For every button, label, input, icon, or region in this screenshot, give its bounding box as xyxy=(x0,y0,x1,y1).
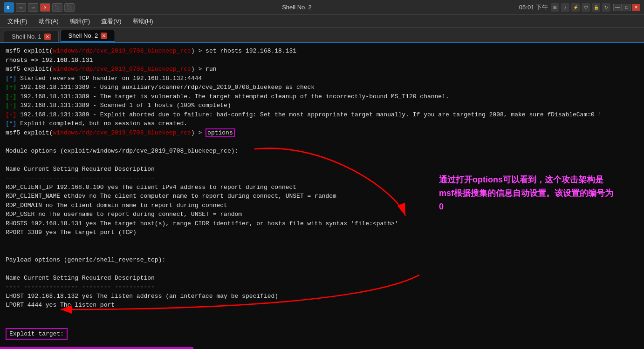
window-controls: — □ ✕ xyxy=(613,4,640,11)
titlebar-btn-4[interactable]: ⬛ xyxy=(52,3,62,12)
terminal-line-3: msf5 exploit(windows/rdp/cve_2019_0708_b… xyxy=(6,65,638,74)
menu-action[interactable]: 动作(A) xyxy=(37,16,61,27)
app-icon: S xyxy=(4,2,14,13)
minimize-button[interactable]: — xyxy=(613,4,622,11)
module-row-rdp-user: RDP_USER no The username to report durin… xyxy=(6,210,638,219)
titlebar-right: 05:01 下午 ⊞ ♪ ⚡ 🛡 🔒 ↻ — □ ✕ xyxy=(519,3,640,12)
terminal-line-1: msf5 exploit(windows/rdp/cve_2019_0708_b… xyxy=(6,47,638,56)
tab-shell2-close[interactable]: ✕ xyxy=(101,33,107,39)
menu-file[interactable]: 文件(F) xyxy=(6,16,29,27)
clock: 05:01 下午 xyxy=(519,3,548,12)
options-command: options xyxy=(206,128,235,137)
tabbar: Shell No. 1 ✕ Shell No. 2 ✕ xyxy=(0,28,644,43)
menu-view[interactable]: 查看(V) xyxy=(99,16,123,27)
titlebar-btn-3[interactable]: ✕ xyxy=(40,3,50,12)
exploit-target-section: Exploit target: xyxy=(6,328,638,342)
module-table-header: Name Current Setting Required Descriptio… xyxy=(6,165,638,174)
tab-shell1-label: Shell No. 1 xyxy=(12,33,41,40)
bottom-bar xyxy=(0,347,644,349)
module-row-rdp-domain: RDP_DOMAIN no The client domain name to … xyxy=(6,201,638,210)
payload-table-sep: ---- --------------- -------- ----------… xyxy=(6,282,638,292)
maximize-button[interactable]: □ xyxy=(623,4,631,11)
module-row-rdp-client-ip: RDP_CLIENT_IP 192.168.0.100 yes The clie… xyxy=(6,183,638,192)
lock-icon: 🔒 xyxy=(592,3,600,12)
terminal-line-7: [+] 192.168.18.131:3389 - Scanned 1 of 1… xyxy=(6,101,638,110)
terminal-line-9: [*] Exploit completed, but no session wa… xyxy=(6,119,638,128)
titlebar-btn-1[interactable]: ▭ xyxy=(16,3,26,12)
tab-shell1[interactable]: Shell No. 1 ✕ xyxy=(4,31,59,42)
window-title: Shell No. 2 xyxy=(75,4,519,11)
titlebar-btn-5[interactable]: ⬛ xyxy=(64,3,75,12)
terminal-line-5: [+] 192.168.18.131:3389 - Using auxiliar… xyxy=(6,83,638,92)
module-row-rhosts: RHOSTS 192.168.18.131 yes The target hos… xyxy=(6,219,638,228)
sound-icon: ♪ xyxy=(561,3,569,12)
menubar: 文件(F) 动作(A) 编辑(E) 查看(V) 帮助(H) xyxy=(0,15,644,28)
module-row-rdp-client-name: RDP_CLIENT_NAME ethdev no The client com… xyxy=(6,192,638,201)
module-row-rport: RPORT 3389 yes The target port (TCP) xyxy=(6,228,638,237)
system-tray: ⊞ ♪ ⚡ 🛡 🔒 ↻ xyxy=(551,3,610,12)
menu-help[interactable]: 帮助(H) xyxy=(131,16,155,27)
exploit-target-label: Exploit target: xyxy=(6,328,68,340)
module-options-header: Module options (exploit/windows/rdp/cve_… xyxy=(6,147,638,156)
tab-shell1-close[interactable]: ✕ xyxy=(44,34,51,40)
module-table-sep: ---- --------------- -------- ----------… xyxy=(6,174,638,183)
titlebar: S ▭ ▭ ✕ ⬛ ⬛ Shell No. 2 05:01 下午 ⊞ ♪ ⚡ 🛡… xyxy=(0,0,644,15)
refresh-icon: ↻ xyxy=(602,3,610,12)
terminal[interactable]: msf5 exploit(windows/rdp/cve_2019_0708_b… xyxy=(0,43,644,349)
tab-shell2[interactable]: Shell No. 2 ✕ xyxy=(61,30,116,42)
close-button[interactable]: ✕ xyxy=(632,4,640,11)
svg-text:S: S xyxy=(7,6,9,11)
titlebar-left: S ▭ ▭ ✕ ⬛ ⬛ xyxy=(4,2,75,13)
terminal-line-10: msf5 exploit(windows/rdp/cve_2019_0708_b… xyxy=(6,128,638,138)
terminal-line-6: [+] 192.168.18.131:3389 - The target is … xyxy=(6,92,638,101)
payload-row-lhost: LHOST 192.168.18.132 yes The listen addr… xyxy=(6,292,638,301)
network-icon: ⊞ xyxy=(551,3,559,12)
battery-icon: ⚡ xyxy=(571,3,580,12)
payload-row-lport: LPORT 4444 yes The listen port xyxy=(6,301,638,310)
shield-icon: 🛡 xyxy=(582,3,590,12)
terminal-line-4: [*] Started reverse TCP handler on 192.1… xyxy=(6,74,638,83)
menu-edit[interactable]: 编辑(E) xyxy=(68,16,92,27)
titlebar-btn-2[interactable]: ▭ xyxy=(28,3,38,12)
payload-options-header: Payload options (generic/shell_reverse_t… xyxy=(6,255,638,265)
tab-shell2-label: Shell No. 2 xyxy=(69,32,98,39)
terminal-line-8: [-] 192.168.18.131:3389 - Exploit aborte… xyxy=(6,110,638,120)
payload-table-header: Name Current Setting Required Descriptio… xyxy=(6,274,638,283)
terminal-line-2: rhosts => 192.168.18.131 xyxy=(6,56,638,65)
